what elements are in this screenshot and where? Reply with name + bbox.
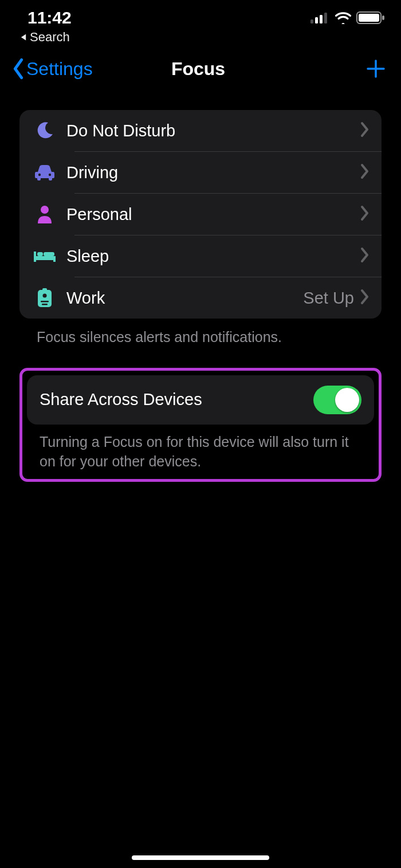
svg-rect-5 xyxy=(359,14,379,22)
focus-row-work[interactable]: Work Set Up xyxy=(19,277,382,319)
highlight-annotation: Share Across Devices Turning a Focus on … xyxy=(19,368,382,482)
svg-rect-16 xyxy=(42,288,47,292)
back-triangle-icon xyxy=(19,33,27,41)
chevron-right-icon xyxy=(360,247,370,265)
svg-rect-18 xyxy=(41,301,49,303)
svg-rect-14 xyxy=(44,252,54,256)
status-time: 11:42 xyxy=(27,8,72,28)
svg-rect-1 xyxy=(315,17,318,23)
svg-point-8 xyxy=(49,174,51,176)
svg-point-17 xyxy=(43,294,47,298)
status-icons xyxy=(310,11,385,25)
chevron-right-icon xyxy=(360,205,370,223)
svg-rect-2 xyxy=(320,15,323,23)
badge-icon xyxy=(37,288,52,308)
chevron-right-icon xyxy=(360,289,370,307)
wifi-icon xyxy=(335,11,352,24)
focus-row-do-not-disturb[interactable]: Do Not Disturb xyxy=(19,110,382,151)
content: Do Not Disturb Driving xyxy=(0,87,401,482)
focus-row-label: Do Not Disturb xyxy=(58,121,360,140)
share-toggle[interactable] xyxy=(313,386,361,414)
svg-rect-12 xyxy=(53,256,56,262)
focus-row-driving[interactable]: Driving xyxy=(19,152,382,193)
cellular-icon xyxy=(310,12,330,23)
focus-row-label: Driving xyxy=(58,163,360,182)
share-label: Share Across Devices xyxy=(40,390,202,409)
car-icon xyxy=(34,164,55,180)
focus-row-label: Personal xyxy=(58,205,360,224)
nav-bar: Settings Focus xyxy=(0,50,401,87)
status-bar: 11:42 xyxy=(0,0,401,28)
focus-row-sleep[interactable]: Sleep xyxy=(19,235,382,277)
back-label: Settings xyxy=(26,58,93,80)
breadcrumb[interactable]: Search xyxy=(0,28,401,50)
focus-row-detail: Set Up xyxy=(303,289,354,308)
chevron-right-icon xyxy=(360,121,370,140)
svg-rect-6 xyxy=(382,15,384,20)
chevron-left-icon xyxy=(10,58,26,80)
chevron-right-icon xyxy=(360,163,370,182)
svg-rect-11 xyxy=(34,252,36,262)
focus-row-personal[interactable]: Personal xyxy=(19,194,382,235)
focus-group-footer: Focus silences alerts and notifications. xyxy=(19,319,382,347)
moon-icon xyxy=(36,121,54,140)
battery-icon xyxy=(356,11,385,25)
share-across-devices-row: Share Across Devices xyxy=(27,375,374,425)
svg-rect-3 xyxy=(324,13,327,23)
svg-rect-0 xyxy=(310,19,313,23)
svg-rect-13 xyxy=(37,252,43,256)
person-icon xyxy=(37,205,53,223)
plus-icon xyxy=(365,58,386,79)
breadcrumb-label: Search xyxy=(30,30,70,45)
page-title: Focus xyxy=(102,58,294,80)
home-indicator[interactable] xyxy=(132,855,269,860)
svg-rect-19 xyxy=(42,304,48,305)
focus-modes-group: Do Not Disturb Driving xyxy=(19,110,382,319)
bed-icon xyxy=(34,249,56,263)
svg-point-9 xyxy=(41,206,49,214)
back-button[interactable]: Settings xyxy=(10,58,102,80)
share-footer: Turning a Focus on for this device will … xyxy=(27,425,374,472)
focus-row-label: Work xyxy=(58,289,303,308)
svg-rect-10 xyxy=(34,256,56,260)
svg-point-7 xyxy=(38,174,41,176)
focus-row-label: Sleep xyxy=(58,247,360,266)
add-button[interactable] xyxy=(294,58,386,79)
